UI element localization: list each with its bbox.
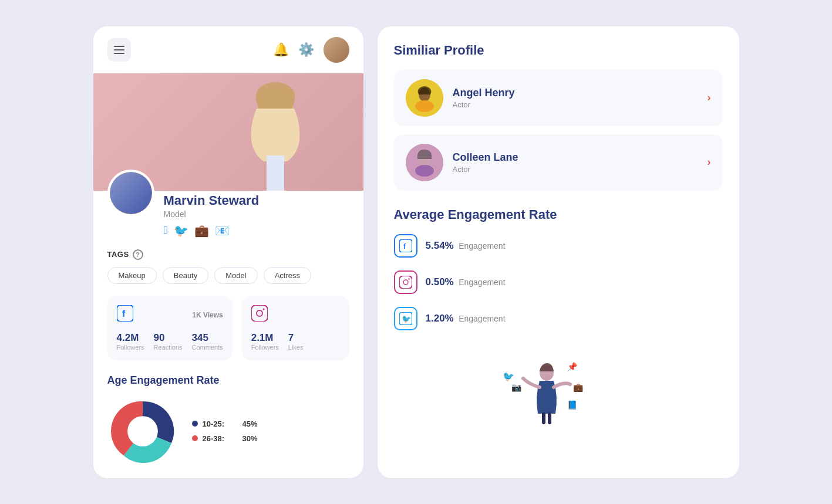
- svg-rect-27: [542, 412, 545, 424]
- facebook-stats-card: f 1K Views 4.2M Followers 90 Reactions: [107, 296, 233, 360]
- similar-profile-section: Similiar Profile Angel Henry Actor ›: [394, 43, 723, 191]
- instagram-followers: 2.1M Followers: [251, 332, 279, 351]
- svg-rect-28: [548, 412, 551, 424]
- facebook-platform-icon: f: [117, 305, 133, 325]
- legend-26-38: 26-38: 30%: [192, 434, 258, 443]
- profile-avatar: [107, 170, 154, 217]
- similar-profile-card-2[interactable]: Colleen Lane Actor ›: [394, 134, 723, 191]
- instagram-stats-card: 2.1M Followers 7 Likes: [242, 296, 349, 360]
- age-legend: 10-25: 45% 26-38: 30%: [192, 420, 258, 443]
- engagement-instagram-icon: [394, 270, 417, 294]
- profile-avatar-image: [110, 172, 152, 214]
- facebook-views: 1K Views: [192, 311, 223, 319]
- notification-icon[interactable]: 🔔: [273, 42, 289, 57]
- age-section: Age Engagement Rate 10-25: 45%: [93, 360, 363, 466]
- facebook-comments: 345 Comments: [192, 332, 223, 351]
- instagram-platform-icon: [251, 305, 268, 325]
- profile-role: Model: [164, 209, 260, 219]
- engagement-instagram-value: 0.50% Engagement: [426, 276, 506, 288]
- similar-avatar-1: [406, 79, 443, 117]
- tags-section: TAGS ? Makeup Beauty Model Actress: [93, 238, 363, 284]
- legend-10-25: 10-25: 45%: [192, 420, 258, 428]
- top-nav: 🔔 ⚙️: [93, 26, 363, 73]
- user-avatar[interactable]: [324, 37, 349, 63]
- stats-section: f 1K Views 4.2M Followers 90 Reactions: [93, 284, 363, 360]
- svg-point-17: [403, 280, 408, 285]
- nav-icons: 🔔 ⚙️: [273, 37, 349, 63]
- svg-rect-1: [267, 155, 284, 191]
- svg-point-5: [257, 310, 262, 316]
- chevron-right-icon-2: ›: [708, 156, 711, 168]
- svg-text:🐦: 🐦: [503, 371, 514, 382]
- age-section-title: Age Engagement Rate: [107, 374, 349, 387]
- similar-profile-card-1[interactable]: Angel Henry Actor ›: [394, 70, 723, 126]
- age-chart-area: 10-25: 45% 26-38: 30%: [107, 396, 349, 466]
- tag-actress[interactable]: Actress: [264, 267, 311, 284]
- engagement-section: Average Engagement Rate f 5.54% Engageme…: [394, 207, 723, 330]
- facebook-followers: 4.2M Followers: [117, 332, 144, 351]
- email-icon[interactable]: 📧: [215, 224, 230, 238]
- tags-label: TAGS ?: [107, 249, 349, 260]
- app-container: 🔔 ⚙️: [93, 26, 739, 478]
- settings-icon[interactable]: ⚙️: [298, 42, 314, 57]
- svg-point-6: [262, 308, 264, 310]
- similar-info-1: Angel Henry Actor: [453, 87, 698, 109]
- illustration-svg: 🐦 📌 💼 📘 📷: [476, 343, 641, 425]
- twitter-icon[interactable]: 🐦: [174, 224, 188, 238]
- left-panel: 🔔 ⚙️: [93, 26, 363, 478]
- engagement-facebook: f 5.54% Engagement: [394, 234, 723, 258]
- similar-avatar-2: [406, 144, 443, 181]
- svg-point-10: [415, 100, 434, 112]
- right-panel: Similiar Profile Angel Henry Actor ›: [378, 26, 739, 478]
- facebook-reactions: 90 Reactions: [154, 332, 183, 351]
- instagram-likes: 7 Likes: [288, 332, 304, 351]
- linkedin-icon[interactable]: 💼: [194, 224, 209, 238]
- svg-point-18: [408, 278, 409, 279]
- hamburger-icon: [114, 46, 124, 54]
- similar-name-1: Angel Henry: [453, 87, 698, 99]
- facebook-stats-header: f 1K Views: [117, 305, 223, 325]
- similar-name-2: Colleen Lane: [453, 151, 698, 164]
- engagement-twitter-icon: 🐦: [394, 307, 417, 330]
- svg-text:f: f: [403, 242, 406, 251]
- svg-rect-16: [399, 276, 412, 289]
- instagram-stats-row: 2.1M Followers 7 Likes: [251, 332, 340, 351]
- svg-text:f: f: [122, 309, 126, 319]
- similar-role-1: Actor: [453, 100, 698, 109]
- engagement-facebook-icon: f: [394, 234, 417, 258]
- tag-makeup[interactable]: Makeup: [107, 267, 157, 284]
- similar-info-2: Colleen Lane Actor: [453, 151, 698, 174]
- svg-rect-4: [251, 305, 268, 322]
- svg-text:💼: 💼: [573, 383, 584, 393]
- facebook-stats-row: 4.2M Followers 90 Reactions 345 Comments: [117, 332, 223, 351]
- social-icons:  🐦 💼 📧: [164, 224, 260, 238]
- tag-beauty[interactable]: Beauty: [163, 267, 208, 284]
- svg-text:🐦: 🐦: [402, 314, 412, 324]
- legend-dot-2: [192, 435, 198, 441]
- profile-name: Marvin Steward: [164, 193, 260, 208]
- avg-engagement-title: Average Engagement Rate: [394, 207, 723, 222]
- tags-container: Makeup Beauty Model Actress: [107, 267, 349, 284]
- menu-button[interactable]: [107, 38, 131, 62]
- banner-figure: [199, 73, 352, 191]
- svg-text:📌: 📌: [567, 362, 578, 372]
- age-donut-chart: [107, 396, 178, 466]
- tags-help-icon[interactable]: ?: [133, 249, 143, 260]
- similar-profile-title: Similiar Profile: [394, 43, 723, 58]
- engagement-twitter-value: 1.20% Engagement: [426, 313, 506, 324]
- engagement-instagram: 0.50% Engagement: [394, 270, 723, 294]
- similar-role-2: Actor: [453, 165, 698, 174]
- facebook-icon[interactable]: : [164, 224, 168, 238]
- engagement-twitter: 🐦 1.20% Engagement: [394, 307, 723, 330]
- svg-point-13: [415, 165, 434, 177]
- svg-point-7: [127, 416, 158, 447]
- legend-dot-1: [192, 421, 198, 427]
- engagement-facebook-value: 5.54% Engagement: [426, 240, 506, 252]
- chevron-right-icon-1: ›: [708, 92, 711, 104]
- tag-model[interactable]: Model: [214, 267, 257, 284]
- instagram-stats-header: [251, 305, 340, 325]
- svg-text:📘: 📘: [567, 400, 578, 410]
- social-illustration: 🐦 📌 💼 📘 📷: [394, 343, 723, 425]
- model-illustration: [217, 73, 334, 191]
- avatar-image: [324, 37, 349, 63]
